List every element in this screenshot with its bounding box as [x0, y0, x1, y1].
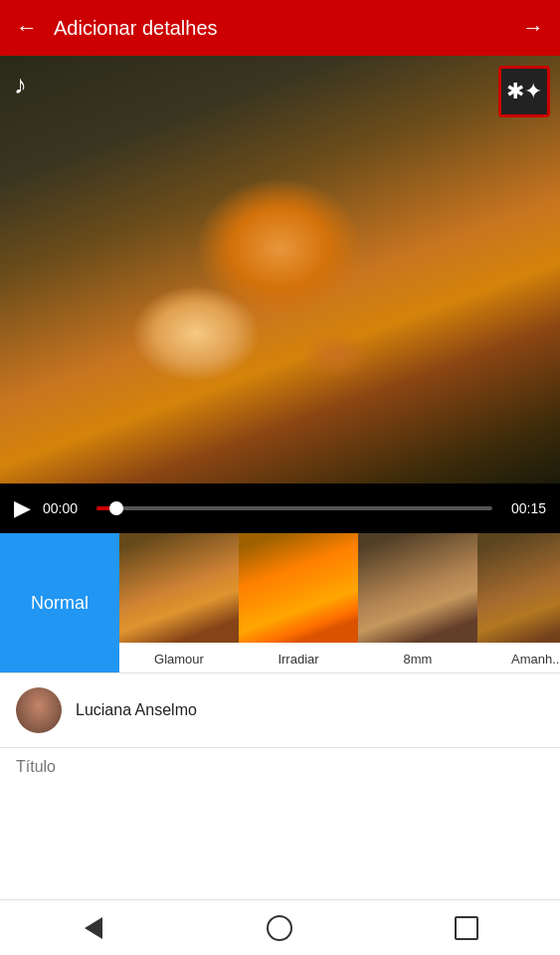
filter-amanhecer-img [477, 533, 560, 643]
current-time: 00:00 [43, 500, 85, 516]
filter-8mm-thumb [358, 533, 477, 643]
filter-strip: Normal Glamour Irradiar 8mm Amanh... [0, 533, 560, 672]
user-row: Luciana Anselmo [0, 673, 560, 747]
filter-glamour-img [119, 533, 239, 643]
filter-8mm-img [358, 533, 477, 643]
home-icon [267, 915, 292, 941]
title-input[interactable] [16, 758, 544, 776]
filter-irradiar-img [239, 533, 358, 643]
filter-irradiar[interactable]: Irradiar [239, 533, 358, 672]
music-icon: ♪ [14, 70, 27, 100]
filter-normal-label: Normal [31, 593, 89, 614]
video-container: ♪ ✱✦ ▶ 00:00 00:15 [0, 56, 560, 533]
progress-thumb [109, 501, 123, 515]
filter-amanhecer-thumb [477, 533, 560, 643]
nav-back-button[interactable] [66, 900, 121, 956]
back-icon [85, 917, 102, 939]
recents-icon [455, 916, 478, 940]
end-time: 00:15 [504, 500, 546, 516]
filter-irradiar-label: Irradiar [239, 652, 358, 667]
back-button[interactable]: ← [16, 15, 38, 41]
magic-wand-button[interactable]: ✱✦ [498, 66, 550, 117]
filter-normal[interactable]: Normal [0, 533, 119, 672]
filter-irradiar-thumb [239, 533, 358, 643]
magic-wand-icon: ✱✦ [506, 79, 542, 104]
filter-glamour[interactable]: Glamour [119, 533, 239, 672]
filter-amanhecer[interactable]: Amanh... [477, 533, 560, 672]
user-name: Luciana Anselmo [76, 701, 197, 719]
filter-8mm[interactable]: 8mm [358, 533, 477, 672]
video-overlay [0, 56, 560, 483]
video-controls: ▶ 00:00 00:15 [0, 483, 560, 533]
play-button[interactable]: ▶ [14, 495, 31, 521]
filter-8mm-label: 8mm [358, 652, 477, 667]
title-section [0, 748, 560, 792]
nav-home-button[interactable] [252, 900, 307, 956]
avatar [16, 687, 62, 733]
progress-bar[interactable] [96, 506, 492, 510]
bottom-nav [0, 899, 560, 955]
filter-glamour-label: Glamour [119, 652, 239, 667]
avatar-image [16, 687, 62, 733]
video-scene [0, 56, 560, 483]
video-frame: ♪ ✱✦ [0, 56, 560, 483]
filter-amanhecer-label: Amanh... [477, 652, 560, 667]
nav-recents-button[interactable] [439, 900, 494, 956]
top-bar: ← Adicionar detalhes → [0, 0, 560, 56]
filter-glamour-thumb [119, 533, 239, 643]
send-button[interactable]: → [522, 15, 544, 41]
page-title: Adicionar detalhes [54, 17, 506, 40]
